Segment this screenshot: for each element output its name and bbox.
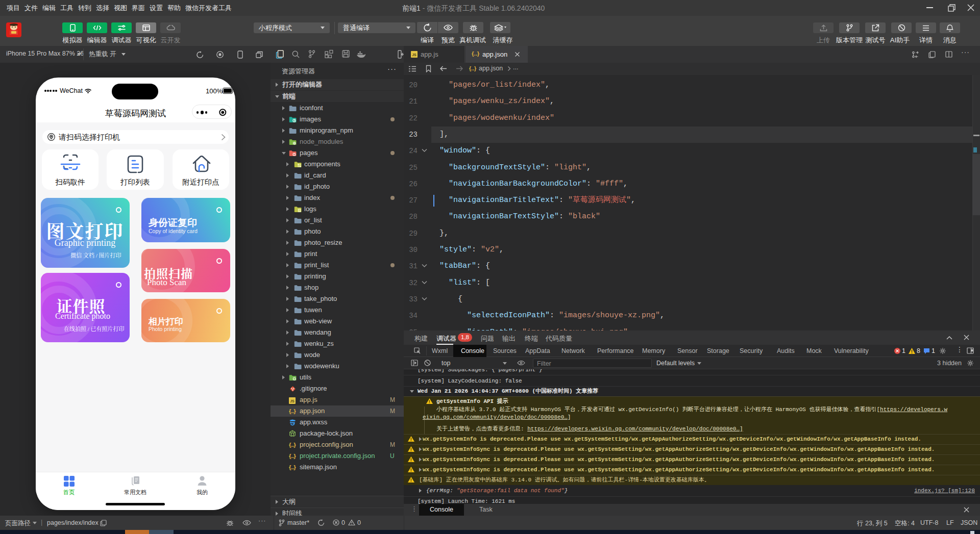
svg-text:JS: JS [290,399,295,403]
svg-text:JS: JS [412,53,416,57]
